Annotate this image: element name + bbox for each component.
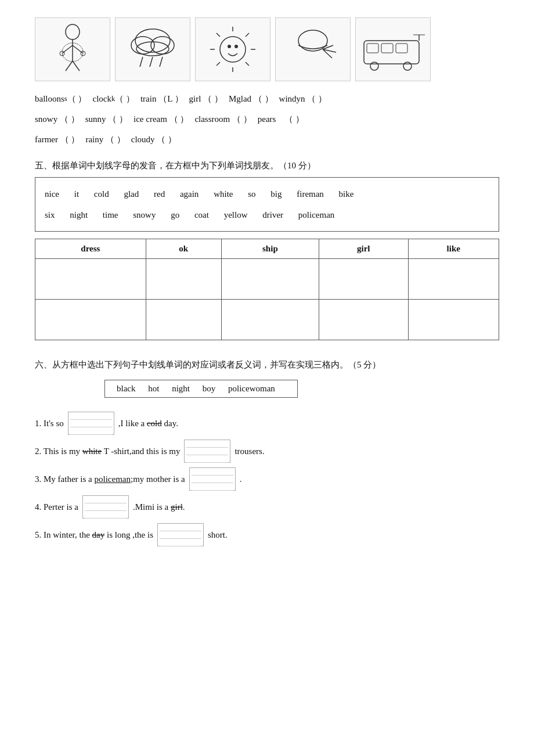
table-row-2 — [35, 300, 499, 340]
svg-point-35 — [370, 62, 378, 70]
svg-line-3 — [73, 45, 83, 53]
cell-like-2 — [408, 300, 499, 340]
section5-wordbank: nice it cold glad red again white so big… — [35, 177, 499, 232]
vocab-classroom: classroom （ ） — [194, 110, 251, 129]
answer-3[interactable] — [189, 467, 236, 491]
image-wind — [275, 17, 351, 81]
svg-line-2 — [62, 45, 73, 53]
answer-5[interactable] — [157, 523, 204, 546]
svg-line-15 — [160, 57, 163, 67]
svg-point-26 — [234, 45, 238, 48]
svg-point-0 — [66, 24, 80, 39]
svg-line-4 — [66, 61, 73, 71]
vocab-pears: pears （ ） — [258, 110, 304, 129]
cell-girl-2 — [319, 300, 408, 340]
image-rain-cloud — [115, 17, 190, 81]
svg-line-21 — [217, 33, 220, 37]
cell-like-1 — [408, 259, 499, 300]
vocab-mglad: Mglad （ ） — [229, 89, 273, 109]
svg-line-13 — [140, 57, 143, 67]
vocab-icecream: ice cream （ ） — [134, 110, 189, 129]
cell-dress-1 — [35, 259, 146, 300]
vocab-cloudy: cloudy （ ） — [131, 130, 176, 149]
table-header-row: dress ok ship girl like — [35, 239, 499, 259]
section6-wordbank: black hot night boy policewoman — [104, 380, 298, 398]
sentence-1: 1. It's so ,I like a cold day. — [35, 412, 499, 435]
col-dress: dress — [35, 239, 146, 259]
vocab-windyn: windyn （ ） — [279, 89, 327, 109]
cell-girl-1 — [319, 259, 408, 300]
cell-ok-2 — [146, 300, 221, 340]
answer-1[interactable] — [68, 412, 114, 435]
col-ship: ship — [221, 239, 319, 259]
sentence-5: 5. In winter, the day is long ,the is sh… — [35, 523, 499, 546]
answer-4[interactable] — [82, 495, 129, 519]
svg-point-12 — [136, 42, 169, 56]
vocab-sunny: sunny （ ） — [85, 110, 128, 129]
image-bus — [355, 17, 431, 81]
vocab-row-1: balloonss （ ） clockk （ ） train （L ） girl… — [35, 89, 499, 109]
svg-point-36 — [403, 62, 412, 70]
vocab-girl: girl （ ） — [189, 89, 223, 109]
col-girl: girl — [319, 239, 408, 259]
svg-rect-32 — [367, 44, 378, 53]
vocab-row-3: farmer （ ） rainy （ ） cloudy （ ） — [35, 130, 499, 149]
sentence-3: 3. My father is a policeman;my mother is… — [35, 467, 499, 491]
sentence-2: 2. This is my white T -shirt,and this is… — [35, 440, 499, 463]
cell-ship-1 — [221, 259, 319, 300]
cell-dress-2 — [35, 300, 146, 340]
images-section — [35, 17, 499, 81]
svg-line-23 — [217, 62, 220, 66]
wordbank-row2: six night time snowy go coat yellow driv… — [45, 204, 489, 225]
sentence-4: 4. Perter is a .Mimi is a girl. — [35, 495, 499, 519]
vocab-snowy: snowy （ ） — [35, 110, 80, 129]
svg-rect-34 — [396, 44, 407, 53]
svg-rect-33 — [381, 44, 393, 53]
cell-ship-2 — [221, 300, 319, 340]
vocab-row-2: snowy （ ） sunny （ ） ice cream （ ） classr… — [35, 110, 499, 129]
vocab-balloons: balloonss （ ） — [35, 89, 86, 109]
col-ok: ok — [146, 239, 221, 259]
svg-line-5 — [73, 61, 80, 71]
image-girl — [35, 17, 110, 81]
svg-line-14 — [150, 57, 153, 67]
vocab-clock: clockk （ ） — [92, 89, 134, 109]
svg-point-27 — [298, 30, 327, 51]
answer-2[interactable] — [184, 440, 230, 463]
svg-point-25 — [228, 45, 231, 48]
cell-ok-1 — [146, 259, 221, 300]
svg-line-24 — [246, 62, 249, 66]
svg-point-16 — [220, 37, 246, 62]
wordbank-row1: nice it cold glad red again white so big… — [45, 183, 489, 204]
match-table: dress ok ship girl like — [35, 239, 499, 340]
vocab-rainy: rainy （ ） — [85, 130, 125, 149]
svg-line-22 — [246, 33, 249, 37]
svg-rect-31 — [364, 41, 419, 64]
col-like: like — [408, 239, 499, 259]
vocab-train: train （L ） — [140, 89, 183, 109]
image-sun — [195, 17, 270, 81]
section5-title: 五、根据单词中划线字母的发音，在方框中为下列单词找朋友。（10 分） — [35, 159, 499, 172]
vocab-section: balloonss （ ） clockk （ ） train （L ） girl… — [35, 89, 499, 149]
vocab-farmer: farmer （ ） — [35, 130, 80, 149]
table-row-1 — [35, 259, 499, 300]
section6-title: 六、从方框中选出下列句子中划线单词的对应词或者反义词，并写在实现三格内。（5 分… — [35, 358, 499, 373]
